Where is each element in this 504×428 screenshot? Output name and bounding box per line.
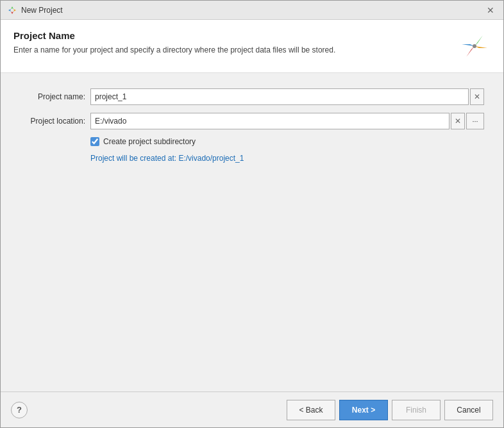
vivado-small-icon (7, 5, 17, 15)
vivado-logo-icon (458, 30, 491, 62)
footer: ? < Back Next > Finish Cancel (1, 391, 503, 427)
title-bar-left: New Project (7, 5, 63, 15)
create-subdirectory-row: Create project subdirectory (90, 137, 484, 146)
header-title: Project Name (13, 30, 452, 41)
create-subdirectory-label[interactable]: Create project subdirectory (103, 137, 196, 146)
svg-marker-3 (8, 9, 11, 12)
help-button[interactable]: ? (11, 402, 28, 418)
project-location-input-wrapper: ✕ ··· (90, 113, 484, 129)
back-button[interactable]: < Back (287, 400, 335, 420)
next-button[interactable]: Next > (339, 400, 388, 420)
project-location-group: Project location: ✕ ··· (20, 113, 484, 129)
header-section: Project Name Enter a name for your proje… (1, 20, 503, 73)
project-location-clear-button[interactable]: ✕ (451, 113, 465, 129)
dialog-body: Project Name Enter a name for your proje… (1, 20, 503, 427)
project-location-label: Project location: (20, 117, 90, 126)
project-name-label: Project name: (20, 92, 90, 101)
svg-marker-0 (11, 6, 13, 9)
project-name-input-wrapper: ✕ (90, 88, 484, 105)
create-subdirectory-checkbox[interactable] (90, 137, 99, 146)
svg-point-4 (473, 44, 476, 48)
dialog-window: New Project ✕ Project Name Enter a name … (0, 0, 504, 428)
title-bar-text: New Project (21, 6, 63, 15)
footer-right: < Back Next > Finish Cancel (287, 400, 493, 420)
content-section: Project name: ✕ Project location: ✕ ··· (1, 73, 503, 391)
project-path-info: Project will be created at: E:/vivado/pr… (90, 154, 484, 163)
close-button[interactable]: ✕ (484, 6, 497, 15)
title-bar: New Project ✕ (1, 1, 503, 20)
project-path-value: E:/vivado/project_1 (178, 154, 244, 163)
project-location-input[interactable] (90, 113, 449, 129)
cancel-button[interactable]: Cancel (444, 400, 493, 420)
finish-button[interactable]: Finish (392, 400, 441, 420)
footer-left: ? (11, 402, 28, 418)
project-location-browse-button[interactable]: ··· (466, 113, 484, 129)
svg-marker-1 (13, 9, 16, 12)
project-name-clear-button[interactable]: ✕ (470, 88, 484, 105)
project-name-input[interactable] (90, 88, 469, 105)
svg-marker-2 (11, 12, 13, 14)
project-name-group: Project name: ✕ (20, 88, 484, 105)
header-text: Project Name Enter a name for your proje… (13, 30, 452, 56)
header-description: Enter a name for your project and specif… (13, 45, 452, 56)
